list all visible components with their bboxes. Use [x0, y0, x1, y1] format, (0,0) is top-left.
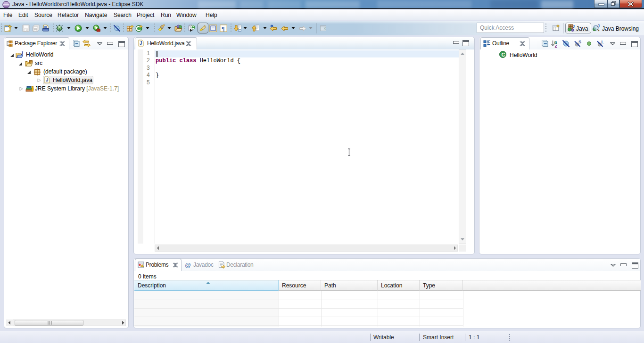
svg-text:L: L — [602, 40, 604, 44]
svg-text:z: z — [555, 43, 557, 48]
svg-text:J: J — [140, 41, 142, 46]
svg-text:J: J — [46, 77, 49, 82]
svg-text:J: J — [572, 24, 575, 29]
svg-text:¶: ¶ — [222, 25, 224, 32]
svg-text:S: S — [578, 40, 581, 44]
svg-text:J: J — [597, 24, 600, 28]
